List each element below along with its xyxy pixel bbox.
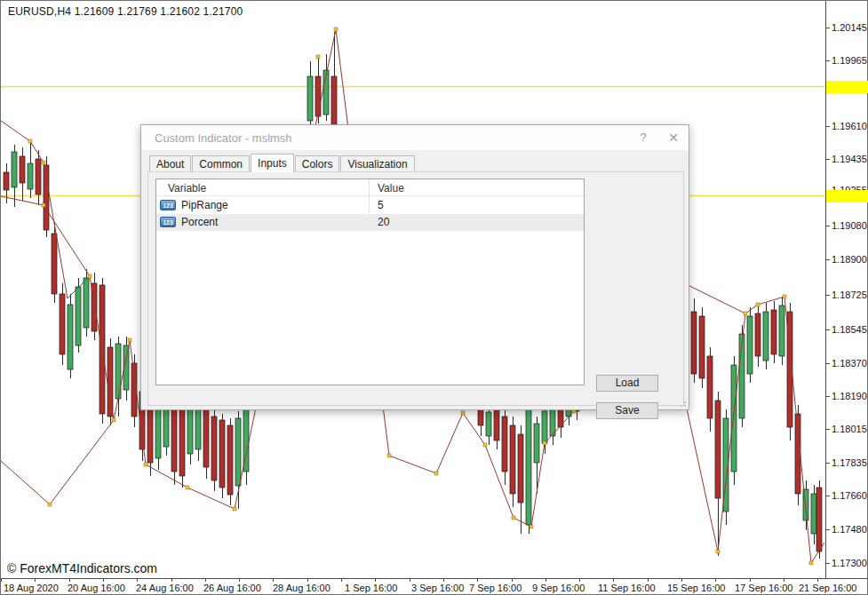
candle-body (755, 313, 760, 356)
close-icon[interactable]: ✕ (658, 125, 689, 150)
candle-body (219, 420, 225, 488)
candle-body (486, 412, 491, 436)
price-tick-label: 1.19435 (832, 154, 867, 164)
time-tick-label: 21 Sep 16:00 (799, 583, 856, 593)
zigzag-vertex-dot (112, 418, 115, 422)
table-header: Variable Value (156, 179, 584, 196)
time-tick (410, 579, 410, 582)
time-tick-label: 26 Aug 16:00 (203, 583, 261, 593)
candle-body (699, 316, 705, 378)
zigzag-vertex-dot (88, 274, 92, 278)
price-tick-label: 1.18900 (832, 254, 867, 265)
zigzag-indicator-line (1, 196, 90, 276)
candle-body (52, 234, 57, 294)
variable-value[interactable]: 5 (378, 199, 384, 211)
candle-body (60, 294, 65, 354)
time-tick-label: 9 Sep 16:00 (532, 583, 585, 593)
time-tick (579, 579, 580, 582)
time-tick (307, 579, 308, 582)
price-tick-label: 1.17480 (832, 524, 867, 535)
price-tick (825, 529, 830, 530)
candle-body (84, 278, 89, 328)
zigzag-vertex-dot (186, 486, 189, 489)
load-button[interactable]: Load (596, 375, 658, 392)
time-tick (750, 579, 751, 582)
candle-body (494, 409, 499, 440)
time-tick-label: 20 Aug 16:00 (68, 583, 125, 593)
zigzag-vertex-dot (744, 312, 747, 315)
zigzag-vertex-dot (543, 441, 546, 445)
zigzag-vertex-dot (483, 443, 487, 447)
candle-body (771, 310, 776, 354)
time-tick (817, 579, 818, 582)
price-tick-label: 1.18015 (832, 424, 867, 434)
time-tick (545, 579, 546, 582)
price-tick (825, 563, 830, 564)
table-row-porcent[interactable]: 123Porcent20 (156, 214, 584, 231)
candle-body (235, 418, 241, 486)
candle-body (691, 312, 697, 374)
tab-inputs[interactable]: Inputs (251, 154, 294, 172)
zigzag-indicator-line (685, 297, 824, 563)
zigzag-vertex-dot (334, 28, 338, 31)
price-tick-label: 1.20145 (832, 22, 867, 33)
help-icon[interactable]: ? (628, 125, 658, 150)
column-header-value: Value (378, 182, 404, 194)
tab-common[interactable]: Common (192, 155, 250, 172)
tab-strip: AboutCommonInputsColorsVisualization (149, 154, 416, 172)
price-tick (825, 60, 830, 61)
candle-body (68, 305, 73, 369)
hline-price-marker (826, 190, 868, 202)
zigzag-vertex-dot (530, 525, 533, 528)
candle-body (763, 312, 768, 361)
time-tick-label: 28 Aug 16:00 (273, 583, 330, 593)
watermark: © ForexMT4Indicators.com (7, 561, 157, 575)
time-axis-line (1, 578, 868, 579)
price-tick-label: 1.17660 (832, 490, 867, 501)
candle-body (542, 411, 547, 443)
price-tick-label: 1.18370 (832, 358, 867, 369)
time-tick (613, 579, 614, 582)
variable-value[interactable]: 20 (378, 216, 389, 228)
candle-body (44, 165, 49, 230)
save-button[interactable]: Save (596, 402, 658, 419)
tab-colors[interactable]: Colors (295, 155, 340, 172)
hline-price-marker (826, 81, 868, 93)
time-tick (375, 579, 376, 582)
price-tick (825, 126, 830, 127)
tab-about[interactable]: About (149, 155, 191, 172)
candle-body (518, 434, 523, 503)
table-row-piprange[interactable]: 123PipRange5 (156, 197, 584, 214)
time-tick (205, 579, 206, 582)
zigzag-vertex-dot (461, 411, 465, 415)
dialog-title: Custom Indicator - mslmsh (155, 131, 292, 145)
price-tick-label: 1.19610 (832, 121, 867, 131)
price-tick-label: 1.17300 (832, 558, 867, 568)
price-tick-label: 1.19965 (832, 55, 867, 66)
price-tick (825, 429, 830, 430)
time-tick (648, 579, 649, 582)
candle-body (36, 159, 41, 194)
variable-name: PipRange (181, 199, 228, 211)
time-tick (477, 579, 478, 582)
candle-body (155, 405, 161, 458)
candle-body (816, 488, 822, 551)
time-tick-label: 15 Sep 16:00 (667, 583, 725, 593)
candle-body (179, 408, 185, 476)
candle-body (203, 406, 209, 467)
dialog-titlebar[interactable]: Custom Indicator - mslmsh ? ✕ (141, 125, 689, 150)
time-tick (341, 579, 342, 582)
price-tick-label: 1.18725 (832, 290, 867, 300)
price-tick-label: 1.17835 (832, 457, 867, 468)
inputs-table[interactable]: Variable Value 123PipRange5123Porcent20 (155, 178, 585, 385)
time-tick-label: 18 Aug 2020 (4, 583, 59, 593)
time-tick (137, 579, 138, 582)
zigzag-vertex-dot (756, 303, 760, 306)
price-tick-label: 1.19080 (832, 220, 867, 231)
zigzag-vertex-dot (233, 507, 236, 511)
zigzag-vertex-dot (434, 472, 438, 475)
time-tick (512, 579, 513, 582)
candle-body (171, 402, 177, 472)
tab-visualization[interactable]: Visualization (340, 155, 414, 172)
candle-body (526, 409, 531, 525)
